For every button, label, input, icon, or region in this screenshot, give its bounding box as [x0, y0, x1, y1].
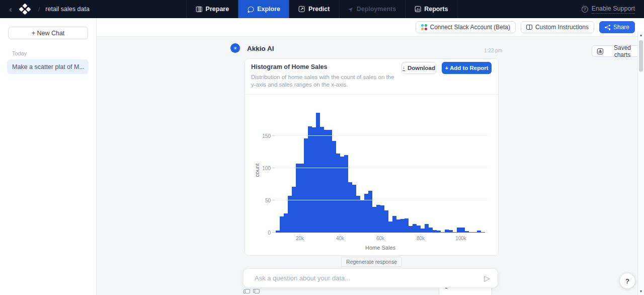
download-label: Download: [408, 65, 435, 71]
back-chevron-icon[interactable]: ‹: [9, 5, 12, 14]
thumbs-down-icon[interactable]: [255, 289, 260, 293]
histogram-bar: [360, 200, 364, 233]
y-tick-label: 50: [258, 198, 271, 203]
histogram-bar: [336, 154, 340, 233]
tab-predict[interactable]: ↗ Predict: [289, 0, 339, 18]
top-nav-bar: ‹ / retail sales data Prepare Explore ↗ …: [0, 0, 644, 18]
histogram-bar: [421, 229, 425, 233]
y-tick-mark: [272, 232, 275, 233]
book-icon: [526, 25, 532, 30]
gridline: [276, 168, 488, 168]
histogram-bar: [276, 231, 280, 233]
spark-icon: ✳: [233, 46, 237, 51]
chart-card: Histogram of Home Sales Distribution of …: [245, 58, 499, 256]
download-button[interactable]: ↓ Download: [401, 62, 436, 74]
histogram-bar: [469, 232, 473, 233]
saved-charts-button[interactable]: Saved charts: [592, 45, 644, 57]
tab-label: Reports: [424, 6, 448, 13]
gridline: [276, 135, 488, 136]
histogram-bar: [352, 185, 356, 233]
histogram-bar: [308, 126, 312, 233]
regenerate-wrap: Regenerate response: [245, 257, 499, 267]
histogram-bar: [312, 127, 316, 233]
histogram-bar: [292, 187, 296, 233]
breadcrumb-separator: /: [38, 6, 40, 13]
plot-area: count Home Sales 05010015020k40k60k80k10…: [276, 106, 485, 233]
regenerate-response-button[interactable]: Regenerate response: [341, 257, 402, 267]
y-tick-mark: [272, 135, 275, 136]
akkio-logo-icon[interactable]: [18, 3, 33, 15]
histogram-bar: [284, 213, 288, 233]
tab-explore[interactable]: Explore: [238, 0, 289, 18]
share-button[interactable]: Share: [599, 21, 635, 33]
custom-instructions-label: Custom Instructions: [535, 24, 589, 31]
histogram-bar: [441, 232, 445, 233]
histogram-bar: [445, 230, 449, 233]
tab-prepare[interactable]: Prepare: [187, 0, 238, 18]
y-tick-label: 150: [258, 133, 271, 139]
sidebar-chat-item[interactable]: Make a scatter plat of M...: [7, 59, 89, 74]
histogram-bar: [433, 230, 437, 233]
workspace-header: Connect Slack Account (Beta) Custom Inst…: [97, 18, 644, 37]
histogram-bar: [388, 222, 392, 233]
histogram-bar: [384, 210, 388, 233]
x-tick-label: 100k: [451, 236, 471, 241]
histogram-bar: [409, 226, 413, 233]
histogram-bar: [300, 164, 304, 233]
question-input[interactable]: [244, 274, 479, 282]
new-chat-button[interactable]: + New Chat: [8, 27, 88, 39]
histogram-bar: [296, 164, 300, 233]
share-nodes-icon: [605, 25, 610, 30]
chart-card-title: Histogram of Home Sales: [251, 63, 327, 70]
chat-bubble-icon: [248, 7, 254, 12]
y-tick-mark: [272, 168, 275, 168]
histogram-bar: [348, 182, 352, 233]
send-icon[interactable]: ▷: [479, 271, 495, 286]
histogram-bar: [481, 232, 485, 233]
scrollbar-thumb[interactable]: [639, 40, 643, 71]
vertical-scrollbar[interactable]: ▲ ▼: [637, 31, 644, 295]
chart-card-description: Distribution of home sales with the coun…: [251, 73, 396, 89]
thumbs-up-icon[interactable]: [245, 289, 250, 293]
histogram-bar: [457, 228, 461, 233]
card-divider: [245, 94, 498, 95]
enable-support-label: Enable Support: [592, 5, 635, 14]
enable-support-button[interactable]: ? Enable Support: [582, 5, 644, 14]
custom-instructions-button[interactable]: Custom Instructions: [521, 21, 594, 33]
histogram-bar: [332, 141, 336, 233]
page-body: + New Chat Today Make a scatter plat of …: [0, 18, 644, 295]
akkio-ai-avatar: ✳: [230, 43, 240, 53]
sidebar-section-label: Today: [12, 50, 96, 56]
predict-arrow-icon: ↗: [299, 6, 305, 12]
x-tick-label: 40k: [330, 236, 350, 241]
saved-charts-label: Saved charts: [606, 44, 638, 58]
y-tick-mark: [272, 200, 275, 200]
add-to-report-button[interactable]: + Add to Report: [442, 62, 492, 74]
tab-reports[interactable]: Reports: [405, 0, 457, 18]
histogram-bar: [316, 113, 320, 233]
histogram-bar: [376, 205, 380, 233]
share-label: Share: [613, 24, 629, 31]
histogram-bar: [453, 232, 457, 233]
histogram-bar: [380, 205, 384, 233]
histogram-bar: [461, 228, 465, 233]
help-button[interactable]: ?: [620, 273, 635, 288]
connect-slack-button[interactable]: Connect Slack Account (Beta): [416, 21, 516, 33]
histogram-bar: [344, 155, 348, 233]
main-tabs: Prepare Explore ↗ Predict ➤ Deployments …: [187, 0, 458, 18]
histogram-bar: [400, 219, 405, 233]
tab-label: Prepare: [206, 6, 229, 13]
histogram-bar: [324, 130, 328, 233]
scroll-down-icon[interactable]: ▼: [638, 289, 644, 293]
histogram-bar: [477, 231, 481, 233]
tab-label: Deployments: [357, 6, 396, 13]
connect-slack-label: Connect Slack Account (Beta): [430, 24, 510, 31]
feedback-row: [245, 289, 260, 293]
histogram-bar: [465, 231, 469, 233]
question-circle-icon: ?: [582, 6, 588, 13]
histogram-bar: [413, 224, 417, 233]
message-timestamp: 1:22 pm: [484, 48, 502, 53]
histogram-bars: [276, 113, 485, 233]
chat-composer: ▷: [243, 268, 498, 288]
scroll-up-icon[interactable]: ▲: [638, 33, 644, 37]
